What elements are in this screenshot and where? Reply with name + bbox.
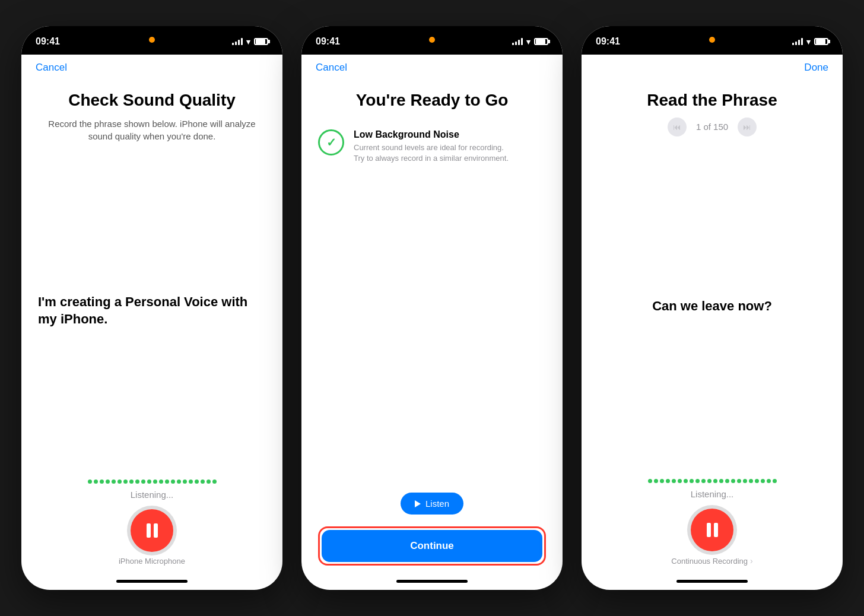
page-count: 1 of 150 <box>696 122 728 132</box>
status-right-1: ▾ <box>232 37 268 46</box>
audio-dot <box>761 479 765 483</box>
phones-container: 09:41 ▾ Cancel Check Sound Quality Recor… <box>0 0 864 616</box>
listen-button[interactable]: Listen <box>401 493 463 515</box>
audio-dot <box>684 479 688 483</box>
orange-dot-1 <box>149 37 155 43</box>
audio-dot <box>672 479 676 483</box>
card-desc-line2: Try to always record in a similar enviro… <box>354 153 509 164</box>
signal-bar <box>241 38 243 45</box>
record-button-3[interactable] <box>691 509 733 551</box>
home-indicator-2 <box>396 580 468 583</box>
orange-dot-2 <box>429 37 435 43</box>
audio-dot <box>212 480 217 484</box>
pause-bar <box>147 523 151 538</box>
audio-dot <box>123 480 128 484</box>
phone-3: 09:41 ▾ Done Read the Phrase <box>582 26 843 590</box>
prev-arrow-button[interactable]: ⏮ <box>668 118 687 136</box>
audio-dot <box>731 479 735 483</box>
nav-bar-1: Cancel <box>21 55 282 81</box>
audio-dot <box>141 480 145 484</box>
audio-dot <box>654 479 658 483</box>
pagination-bar: ⏮ 1 of 150 ⏭ <box>598 118 826 136</box>
signal-bar <box>801 38 803 45</box>
phone-2: 09:41 ▾ Cancel You're Ready to Go <box>301 26 563 590</box>
pause-bar <box>714 523 718 537</box>
continue-button-outline: Continue <box>318 526 546 566</box>
signal-bar <box>792 43 794 45</box>
time-1: 09:41 <box>36 36 60 47</box>
home-indicator-1 <box>116 580 188 583</box>
phone-content-1: Check Sound Quality Record the phrase sh… <box>21 81 282 575</box>
status-bar-1: 09:41 ▾ <box>21 26 282 55</box>
audio-dot <box>147 480 151 484</box>
signal-bar <box>518 40 520 45</box>
rewind-icon: ⏮ <box>673 122 681 132</box>
pause-bar <box>707 523 711 537</box>
listening-text-1: Listening... <box>38 490 266 500</box>
signal-bar <box>232 43 234 45</box>
continuous-recording-label: Continuous Recording <box>671 557 748 566</box>
next-arrow-button[interactable]: ⏭ <box>738 118 757 136</box>
audio-dot <box>660 479 664 483</box>
ready-card: ✓ Low Background Noise Current sound lev… <box>318 118 546 176</box>
orange-dot-3 <box>709 37 715 43</box>
signal-bars-1 <box>232 38 243 45</box>
listen-label: Listen <box>425 498 449 509</box>
signal-bar <box>515 42 517 45</box>
audio-dot <box>767 479 771 483</box>
pause-icon-3 <box>707 523 718 537</box>
check-circle: ✓ <box>318 129 344 155</box>
battery-icon-3 <box>814 38 828 45</box>
signal-bars-2 <box>512 38 523 45</box>
wifi-icon-3: ▾ <box>806 37 811 46</box>
audio-dot <box>159 480 163 484</box>
signal-bar <box>795 42 797 45</box>
phone-content-3: Read the Phrase ⏮ 1 of 150 ⏭ Can we leav… <box>582 81 843 575</box>
audio-dot <box>117 480 122 484</box>
audio-dot <box>177 480 181 484</box>
audio-dot <box>135 480 139 484</box>
audio-dot <box>189 480 193 484</box>
time-3: 09:41 <box>596 36 620 47</box>
nav-bar-2: Cancel <box>301 55 563 81</box>
audio-dots-1 <box>38 480 266 484</box>
check-mark-icon: ✓ <box>326 135 336 150</box>
audio-dot <box>755 479 759 483</box>
signal-bar <box>235 42 237 45</box>
wifi-icon-1: ▾ <box>246 37 250 46</box>
audio-dot <box>112 480 116 484</box>
audio-dot <box>713 479 717 483</box>
pause-icon-1 <box>147 523 158 538</box>
status-right-3: ▾ <box>792 37 828 46</box>
audio-dot <box>695 479 700 483</box>
cancel-button-1[interactable]: Cancel <box>36 62 67 74</box>
home-indicator-3 <box>676 580 748 583</box>
continue-button[interactable]: Continue <box>322 530 542 562</box>
status-right-2: ▾ <box>512 37 548 46</box>
audio-dot <box>725 479 729 483</box>
page-subtitle-1: Record the phrase shown below. iPhone wi… <box>38 118 266 142</box>
audio-dot <box>707 479 711 483</box>
continuous-recording-row[interactable]: Continuous Recording › <box>598 556 826 566</box>
listening-text-3: Listening... <box>598 489 826 499</box>
battery-icon-1 <box>254 38 268 45</box>
audio-dot <box>701 479 706 483</box>
audio-dot <box>195 480 199 484</box>
record-button-1[interactable] <box>131 509 173 552</box>
audio-dot <box>690 479 694 483</box>
cancel-button-2[interactable]: Cancel <box>316 62 347 74</box>
pause-bar <box>154 523 158 538</box>
audio-dot <box>648 479 652 483</box>
audio-dot <box>749 479 753 483</box>
phrase-text-3: Can we leave now? <box>598 298 826 315</box>
card-title: Low Background Noise <box>354 129 509 140</box>
done-button[interactable]: Done <box>804 62 828 74</box>
page-title-3: Read the Phrase <box>598 90 826 110</box>
audio-dot <box>666 479 670 483</box>
chevron-right-icon: › <box>750 556 753 566</box>
audio-dot <box>129 480 134 484</box>
audio-dot <box>678 479 682 483</box>
battery-icon-2 <box>534 38 548 45</box>
signal-bar <box>798 40 800 45</box>
page-title-2: You're Ready to Go <box>318 90 546 110</box>
